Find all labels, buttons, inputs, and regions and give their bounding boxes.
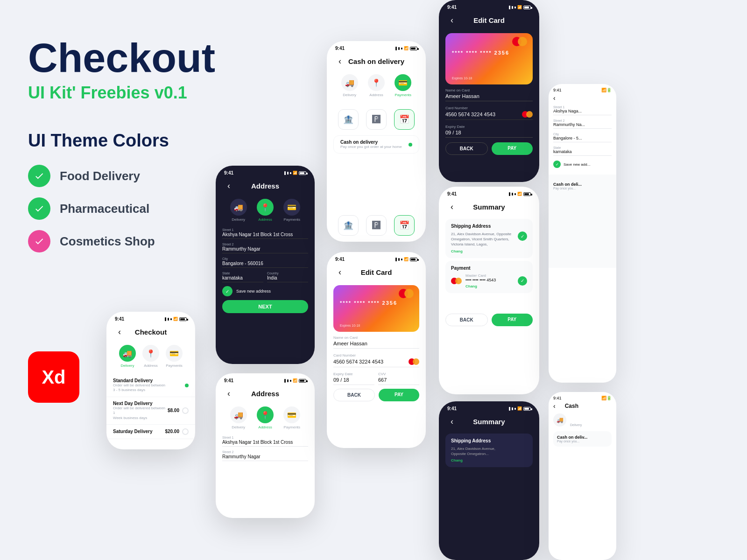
food-label: Food Delivery [60,169,140,183]
saturday-radio[interactable] [182,428,189,435]
back-arrow[interactable]: ‹ [114,326,125,337]
addr-light-status: 9:41 📶 [216,373,315,385]
al-s1-val[interactable]: Akshya Nagar 1st Block 1st Cross [222,440,308,447]
pp1-s1-val[interactable]: Akshya Naga... [553,109,612,115]
standard-delivery-name: Standard Delivery [113,378,182,383]
ecl-name-val[interactable]: Ameer Hassan [445,93,533,101]
state-country-row: State karnataka Country India [222,272,308,282]
city-value[interactable]: Bangalore - 560016 [222,261,308,268]
country-value[interactable]: India [267,275,308,282]
addr-dark-nav: ‹ Address [216,177,315,195]
addr-light-back[interactable]: ‹ [223,388,234,399]
ecl-pay-btn[interactable]: PAY [492,142,533,155]
ecl-card-num: **** **** **** 2356 [452,50,526,56]
ec-num-val[interactable]: 4560 5674 3224 4543 [333,359,383,364]
ss3 [509,192,510,196]
al-street2: Street 2 Rammurthy Nagar [222,450,308,461]
pp1-nav: ‹ [553,94,612,102]
bank-payment-opt[interactable]: 🅿 [366,109,387,130]
next-day-delivery[interactable]: Next Day Delivery Order will be delivere… [106,397,195,425]
next-day-radio[interactable] [182,407,189,414]
sum-back[interactable]: ‹ [446,201,458,212]
pay-change-link[interactable]: Chang [465,284,514,288]
cash-option[interactable]: Cash on delivery Pay once you got order … [333,135,419,154]
pay-opt-1[interactable]: 🏦 [338,215,359,236]
ecl-num-lbl: Card Number [445,106,533,110]
pp1-state-val[interactable]: karnataka [553,149,612,156]
sum-status: 9:41 📶 [439,187,539,198]
ec-exp-val[interactable]: 09 / 18 [333,377,374,385]
saturday-delivery[interactable]: Saturday Delivery $20.00 [106,425,195,439]
cash-payment-icons-2: 🏦 🅿 📅 [327,210,426,241]
sswf: 📶 [517,192,522,196]
ec-back[interactable]: ‹ [334,266,345,278]
ec-num-field: Card Number 4560 5674 3224 4543 [333,353,419,367]
step-delivery-label: Delivery [121,364,134,368]
ecwf: 📶 [404,257,409,261]
al-s2-val[interactable]: Rammurthy Nagar [222,454,308,461]
cash-step-a: 📍 Address [368,74,385,97]
al-p-icon: 💳 [283,406,300,423]
shipping-change-link[interactable]: Chang [451,249,514,253]
cs1 [401,48,402,49]
sumd-back[interactable]: ‹ [446,416,458,427]
ec-pay-btn[interactable]: PAY [379,389,419,401]
sig-bar3 [165,317,166,321]
pp1-back[interactable]: ‹ [553,94,556,102]
ecl-num-val[interactable]: 4560 5674 3224 4543 [445,112,495,117]
sum-back-btn[interactable]: BACK [445,314,488,326]
payment-row: Master Card •••• •••• •••• 4543 Chang ✓ [451,273,527,288]
sum-pay-btn[interactable]: PAY [492,314,533,326]
cash-payment-opt[interactable]: 🏦 [338,109,359,130]
next-day-delivery-desc: Order will be delivered between 1Week bu… [113,406,168,420]
ec-name-val[interactable]: Ameer Hassan [333,341,419,349]
ec-back-btn[interactable]: BACK [333,389,375,401]
al-s1-lbl: Street 1 [222,436,308,439]
addr-back[interactable]: ‹ [223,180,234,191]
cash-steps: 🚚 Delivery 📍 Address 💳 Payments [327,70,426,101]
ec-cvv-val[interactable]: 667 [378,377,419,385]
sd1 [514,408,516,410]
ecl-name-field: Name on Card Ameer Hassan [445,88,533,101]
cash-selected-dot [409,143,412,147]
calendar-payment-opt[interactable]: 📅 [394,109,415,130]
pp1-city-val[interactable]: Bangalore - 5... [553,136,612,142]
shipping-check: ✓ [518,231,527,241]
phone-summary-light: 9:41 📶 ‹ Summary Shipping Address 21, Al… [439,187,539,394]
ecl-num-row: 4560 5674 3224 4543 [445,111,533,120]
wf: 📶 [293,378,297,383]
pp1-s2-val[interactable]: Rammurthy Na... [553,122,612,129]
ecl-back-btn[interactable]: BACK [445,142,488,155]
pay-mc-o [455,278,462,284]
pay-opt-3[interactable]: 📅 [394,215,415,236]
ec-num-lbl: Card Number [333,353,419,357]
next-button[interactable]: NEXT [222,300,308,313]
sdbt [523,407,531,411]
ecl1 [514,7,516,8]
addr-light-time: 9:41 [224,378,233,383]
save-new-address-btn[interactable]: ✓ Save new address [222,286,308,296]
phone-address-dark: 9:41 📶 ‹ Address 🚚 Delivery 📍 Address 💳 … [216,166,315,364]
street2-value[interactable]: Rammurthy Nagar [222,246,308,253]
ecl-card-num-row: **** **** **** 2356 [452,50,526,56]
mc-s-orange [413,358,419,365]
cash-back[interactable]: ‹ [334,56,345,67]
cosmetics-check-icon [28,230,50,252]
pp1-time: 9:41 [553,88,562,92]
xd-text: Xd [42,367,65,388]
step-address: 📍 Address [142,345,159,368]
street1-value[interactable]: Akshya Nagar 1st Block 1st Cross [222,232,308,239]
cash-p-icon: 💳 [395,74,411,91]
pp2-content: 🚚 Delivery Cash on deliv... Pay once you… [549,412,616,451]
ecl-mc-sm-o [526,111,533,118]
state-value[interactable]: karnataka [222,275,263,282]
sumd-change[interactable]: Chang [451,458,527,462]
pp2-back[interactable]: ‹ [553,402,556,410]
pp1-save-row[interactable]: ✓ Save new add... [553,161,612,168]
ecl-exp-val[interactable]: 09 / 18 [445,130,533,138]
pay-opt-2[interactable]: 🅿 [366,215,387,236]
ecl-back[interactable]: ‹ [446,14,458,26]
pp1-status: 9:41 📶🔋 [553,88,612,92]
phone-summary-dark: 9:41 📶 ‹ Summary Shipping Address 21, Al… [439,401,539,560]
standard-delivery[interactable]: Standard Delivery Order will be delivere… [106,374,195,397]
